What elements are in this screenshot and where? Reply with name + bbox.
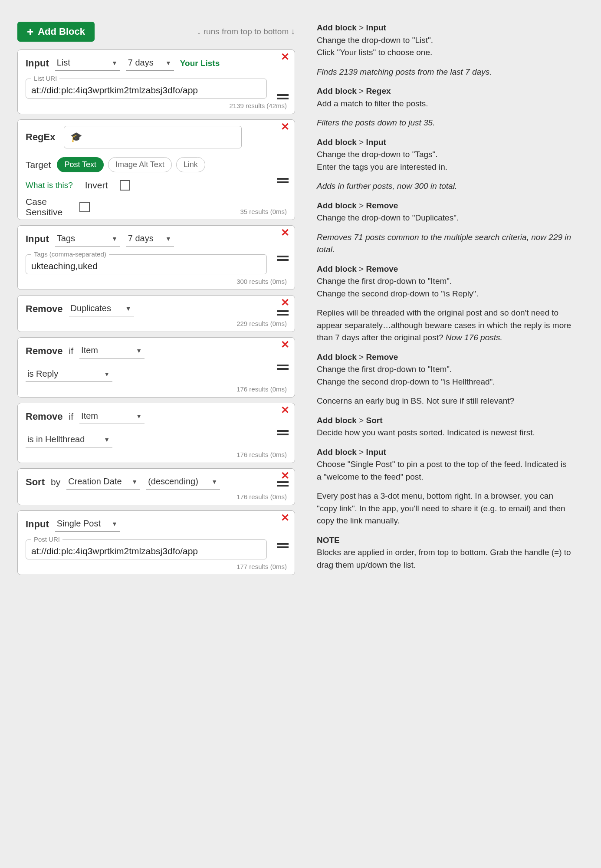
regex-value: 🎓 <box>70 132 82 143</box>
close-icon[interactable]: ✕ <box>281 122 289 132</box>
block-title: Input <box>26 519 49 530</box>
block-sort: ✕ Sort by Creation Date ▼ (descending) ▼… <box>17 468 295 505</box>
results-text: 2139 results (42ms) <box>26 102 287 109</box>
drag-handle-icon[interactable] <box>277 310 289 316</box>
select-value: Creation Date <box>68 477 122 487</box>
close-icon[interactable]: ✕ <box>281 297 289 308</box>
block-title: RegEx <box>26 132 55 143</box>
chip-link[interactable]: Link <box>176 157 205 172</box>
results-text: 300 results (0ms) <box>26 278 287 285</box>
drag-handle-icon[interactable] <box>277 178 289 183</box>
add-block-button[interactable]: + Add Block <box>17 22 95 42</box>
duration-select[interactable]: 7 days ▼ <box>126 56 174 71</box>
close-icon[interactable]: ✕ <box>281 227 289 238</box>
select-value: (descending) <box>148 477 198 487</box>
chevron-down-icon: ▼ <box>112 520 118 527</box>
results-text: 176 results (0ms) <box>26 451 287 458</box>
tags-input[interactable]: Tags (comma-separated) ukteaching,uked <box>26 254 267 274</box>
select-value: Item <box>81 411 98 421</box>
close-icon[interactable]: ✕ <box>281 405 289 415</box>
drag-handle-icon[interactable] <box>277 256 289 261</box>
field-label: Post URI <box>31 536 62 543</box>
drag-handle-icon[interactable] <box>277 430 289 435</box>
block-title: Sort <box>26 477 45 488</box>
field-label: List URI <box>31 75 59 82</box>
chevron-down-icon: ▼ <box>165 235 171 242</box>
regex-pattern-input[interactable]: 🎓 <box>64 126 242 148</box>
input-type-select[interactable]: Single Post ▼ <box>55 517 120 532</box>
drag-handle-icon[interactable] <box>277 365 289 370</box>
select-value: Tags <box>57 233 75 243</box>
field-label: Tags (comma-separated) <box>31 250 109 258</box>
results-text: 229 results (0ms) <box>26 320 287 327</box>
remove-type-select[interactable]: Duplicates ▼ <box>69 302 134 316</box>
block-remove-reply: ✕ Remove if Item ▼ is Reply ▼ 176 result… <box>17 337 295 398</box>
select-value: 7 days <box>128 233 154 243</box>
results-text: 176 results (0ms) <box>26 385 287 393</box>
drag-handle-icon[interactable] <box>277 481 289 487</box>
sort-order-select[interactable]: (descending) ▼ <box>146 475 220 490</box>
close-icon[interactable]: ✕ <box>281 470 289 481</box>
sort-field-select[interactable]: Creation Date ▼ <box>66 475 140 490</box>
chip-image-alt[interactable]: Image Alt Text <box>108 157 172 172</box>
block-regex: ✕ RegEx 🎓 Target Post Text Image Alt Tex… <box>17 119 295 220</box>
duration-select[interactable]: 7 days ▼ <box>126 232 174 247</box>
field-value: ukteaching,uked <box>31 261 261 271</box>
post-uri-input[interactable]: Post URI at://did:plc:4iq3wprtkim2tmlzab… <box>26 539 267 559</box>
chevron-down-icon: ▼ <box>112 235 118 242</box>
select-value: 7 days <box>128 58 154 68</box>
block-remove-hellthread: ✕ Remove if Item ▼ is in Hellthread ▼ 17… <box>17 403 295 463</box>
remove-subject-select[interactable]: Item ▼ <box>79 344 145 358</box>
block-title: Remove <box>26 303 63 315</box>
close-icon[interactable]: ✕ <box>281 339 289 350</box>
invert-checkbox[interactable] <box>120 180 130 191</box>
what-is-this-link[interactable]: What is this? <box>26 181 73 190</box>
remove-condition-select[interactable]: is Reply ▼ <box>26 367 112 382</box>
chevron-down-icon: ▼ <box>131 478 138 485</box>
remove-subject-select[interactable]: Item ▼ <box>79 409 145 424</box>
case-label: Case Sensitive <box>26 197 69 217</box>
your-lists-link[interactable]: Your Lists <box>180 59 220 68</box>
remove-condition-select[interactable]: is in Hellthread ▼ <box>26 433 112 447</box>
close-icon[interactable]: ✕ <box>281 513 289 523</box>
results-text: 176 results (0ms) <box>26 493 287 500</box>
block-input-list: ✕ Input List ▼ 7 days ▼ Your Lists List … <box>17 49 295 114</box>
block-title: Remove <box>26 411 63 422</box>
chevron-down-icon: ▼ <box>165 59 171 66</box>
block-remove-duplicates: ✕ Remove Duplicates ▼ 229 results (0ms) <box>17 295 295 332</box>
drag-handle-icon[interactable] <box>277 94 289 99</box>
block-title: Remove <box>26 345 63 357</box>
chip-post-text[interactable]: Post Text <box>57 157 104 172</box>
select-value: List <box>57 58 70 68</box>
block-input-single: ✕ Input Single Post ▼ Post URI at://did:… <box>17 510 295 575</box>
select-value: Single Post <box>57 519 101 529</box>
select-value: Duplicates <box>71 303 111 313</box>
field-value: at://did:plc:4iq3wprtkim2tmlzabsj3dfo/ap… <box>31 546 261 556</box>
chevron-down-icon: ▼ <box>104 436 110 443</box>
chevron-down-icon: ▼ <box>136 413 142 420</box>
input-type-select[interactable]: Tags ▼ <box>55 232 120 247</box>
select-value: is in Hellthread <box>27 434 85 444</box>
if-label: if <box>69 411 74 422</box>
if-label: if <box>69 346 74 356</box>
by-label: by <box>51 477 60 487</box>
input-type-select[interactable]: List ▼ <box>55 56 120 71</box>
field-value: at://did:plc:4iq3wprtkim2tmlzabsj3dfo/ap… <box>31 85 261 95</box>
chevron-down-icon: ▼ <box>125 305 131 312</box>
invert-label: Invert <box>85 180 108 191</box>
chevron-down-icon: ▼ <box>104 371 110 378</box>
plus-icon: + <box>27 26 33 37</box>
runs-hint: ↓ runs from top to bottom ↓ <box>197 27 295 36</box>
results-text: 177 results (0ms) <box>26 563 287 570</box>
block-input-tags: ✕ Input Tags ▼ 7 days ▼ Tags (comma-sepa… <box>17 225 295 290</box>
chevron-down-icon: ▼ <box>211 478 217 485</box>
add-block-label: Add Block <box>38 26 85 37</box>
chevron-down-icon: ▼ <box>112 59 118 66</box>
close-icon[interactable]: ✕ <box>281 52 289 62</box>
chevron-down-icon: ▼ <box>136 347 142 354</box>
select-value: is Reply <box>27 369 58 379</box>
case-checkbox[interactable] <box>79 202 90 212</box>
list-uri-input[interactable]: List URI at://did:plc:4iq3wprtkim2tmlzab… <box>26 79 267 99</box>
instructions: Add block > Input Change the drop-down t… <box>317 22 573 580</box>
drag-handle-icon[interactable] <box>277 543 289 548</box>
